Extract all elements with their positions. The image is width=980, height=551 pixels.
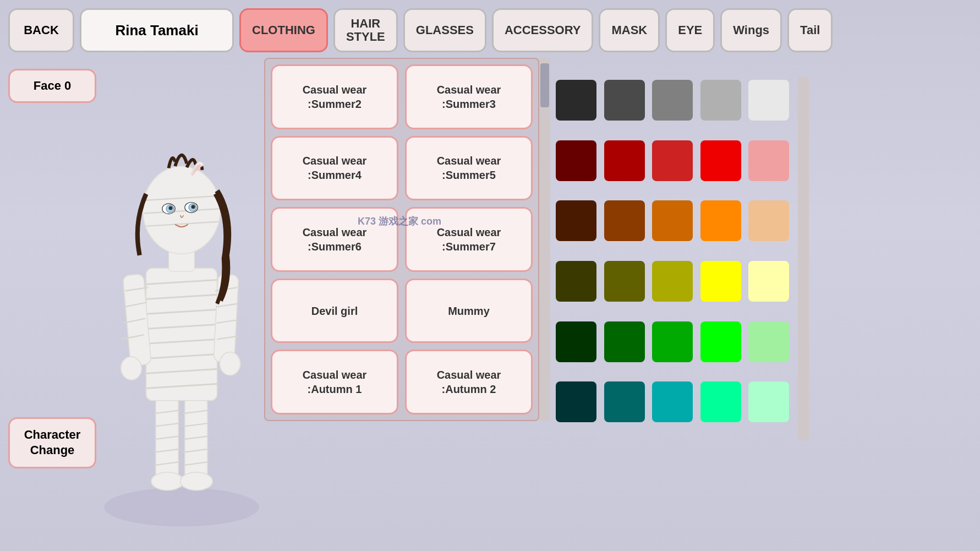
color-swatch-12[interactable] xyxy=(652,200,693,241)
color-swatch-26[interactable] xyxy=(604,381,645,422)
svg-point-43 xyxy=(169,206,173,210)
scroll-thumb[interactable] xyxy=(540,63,549,107)
color-palette-scrollbar[interactable] xyxy=(798,77,809,440)
clothing-item-autumn1[interactable]: Casual wear :Autumn 1 xyxy=(271,350,398,414)
color-swatch-5[interactable] xyxy=(556,140,596,181)
tab-glasses[interactable]: GLASSES xyxy=(403,8,486,52)
color-swatch-0[interactable] xyxy=(556,80,596,121)
color-swatch-28[interactable] xyxy=(700,381,741,422)
tab-hairstyle[interactable]: HAIR STYLE xyxy=(333,8,398,52)
clothing-item-mummy[interactable]: Mummy xyxy=(405,279,533,343)
tab-tail[interactable]: Tail xyxy=(787,8,833,52)
svg-point-0 xyxy=(104,488,259,526)
svg-point-46 xyxy=(191,205,195,209)
color-swatch-11[interactable] xyxy=(604,200,645,241)
svg-point-14 xyxy=(180,472,213,490)
color-swatch-20[interactable] xyxy=(556,321,596,362)
color-swatch-4[interactable] xyxy=(748,80,789,121)
character-change-button[interactable]: Character Change xyxy=(8,417,96,468)
clothing-item-autumn2[interactable]: Casual wear :Autumn 2 xyxy=(405,350,533,414)
svg-rect-15 xyxy=(146,268,217,401)
color-swatch-14[interactable] xyxy=(748,200,789,241)
clothing-item-summer4[interactable]: Casual wear :Summer4 xyxy=(271,136,398,201)
color-swatch-7[interactable] xyxy=(652,140,693,181)
color-swatch-16[interactable] xyxy=(604,261,645,302)
clothing-scrollbar[interactable] xyxy=(539,58,550,421)
color-swatch-19[interactable] xyxy=(748,261,789,302)
character-figure xyxy=(88,55,275,539)
clothing-item-summer6[interactable]: Casual wear :Summer6 xyxy=(271,207,398,272)
color-swatch-23[interactable] xyxy=(700,321,741,362)
top-navigation: BACK Rina Tamaki CLOTHING HAIR STYLE GLA… xyxy=(0,0,980,61)
color-swatch-2[interactable] xyxy=(652,80,693,121)
character-name-button[interactable]: Rina Tamaki xyxy=(80,8,234,52)
clothing-item-devil_girl[interactable]: Devil girl xyxy=(271,279,398,343)
tab-wings[interactable]: Wings xyxy=(720,8,782,52)
clothing-item-summer5[interactable]: Casual wear :Summer5 xyxy=(405,136,533,201)
color-swatch-1[interactable] xyxy=(604,80,645,121)
color-swatch-10[interactable] xyxy=(556,200,596,241)
color-swatch-15[interactable] xyxy=(556,261,596,302)
color-swatch-27[interactable] xyxy=(652,381,693,422)
color-swatch-29[interactable] xyxy=(748,381,789,422)
color-swatch-18[interactable] xyxy=(700,261,741,302)
color-swatch-6[interactable] xyxy=(604,140,645,181)
color-swatch-21[interactable] xyxy=(604,321,645,362)
svg-point-13 xyxy=(151,472,184,490)
color-swatch-9[interactable] xyxy=(748,140,789,181)
color-swatch-25[interactable] xyxy=(556,381,596,422)
clothing-grid: Casual wear :Summer2Casual wear :Summer3… xyxy=(264,58,539,421)
color-swatch-3[interactable] xyxy=(700,80,741,121)
tab-mask[interactable]: MASK xyxy=(599,8,660,52)
color-swatch-13[interactable] xyxy=(700,200,741,241)
tab-eye[interactable]: EYE xyxy=(665,8,715,52)
clothing-item-summer2[interactable]: Casual wear :Summer2 xyxy=(271,64,398,129)
clothing-item-summer3[interactable]: Casual wear :Summer3 xyxy=(405,64,533,129)
clothing-item-summer7[interactable]: Casual wear :Summer7 xyxy=(405,207,533,272)
color-swatch-17[interactable] xyxy=(652,261,693,302)
color-palette xyxy=(553,77,795,440)
color-swatch-8[interactable] xyxy=(700,140,741,181)
tab-clothing[interactable]: CLOTHING xyxy=(239,8,328,52)
svg-point-35 xyxy=(220,352,240,375)
color-swatch-24[interactable] xyxy=(748,321,789,362)
face-button[interactable]: Face 0 xyxy=(8,69,96,103)
tab-accessory[interactable]: ACCESSORY xyxy=(492,8,594,52)
color-swatch-22[interactable] xyxy=(652,321,693,362)
character-display xyxy=(88,55,275,539)
back-button[interactable]: BACK xyxy=(8,8,74,52)
